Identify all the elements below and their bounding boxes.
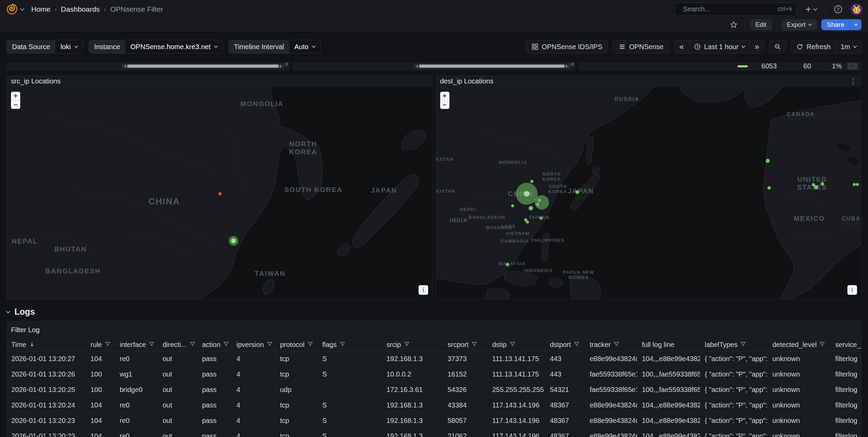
filter-funnel-icon[interactable]	[510, 341, 515, 349]
column-header-full-log-line[interactable]: full log line	[637, 339, 700, 351]
time-range-picker[interactable]: Last 1 hour	[689, 40, 750, 53]
variable-value-dropdown[interactable]: Auto	[289, 40, 320, 53]
panel-header[interactable]: src_ip Locations	[7, 76, 432, 87]
time-shift-back-button[interactable]: «	[674, 40, 688, 53]
refresh-button[interactable]: Refresh	[791, 40, 835, 53]
column-header-tracker[interactable]: tracker	[585, 339, 637, 351]
table-row[interactable]: 2026-01-01 13:20:23104re0outpass4tcpS192…	[7, 428, 861, 437]
column-header-protocol[interactable]: protocol	[275, 339, 318, 351]
variable-value-dropdown[interactable]: OPNSense.home.kre3.net	[125, 40, 222, 53]
filter-funnel-icon[interactable]	[223, 341, 229, 349]
help-button[interactable]: ?	[831, 3, 845, 16]
filter-funnel-icon[interactable]	[340, 341, 345, 349]
table-cell: re0	[115, 351, 158, 367]
column-header-dstport[interactable]: dstport	[545, 339, 585, 351]
column-header-srcip[interactable]: srcip	[382, 339, 443, 351]
vertical-scrollbar-cap[interactable]	[571, 63, 574, 66]
chevron-down-icon	[854, 22, 858, 26]
column-header-service-na[interactable]: service_na	[831, 339, 861, 351]
column-header-interface[interactable]: interface	[115, 339, 158, 351]
search-input[interactable]: ctrl+k	[674, 3, 797, 16]
table-row[interactable]: 2026-01-01 13:20:24104re0outpass4tcpS192…	[7, 397, 861, 413]
filter-funnel-icon[interactable]	[404, 341, 410, 349]
table-cell: filterlog	[831, 428, 861, 437]
map-zoom-out-button[interactable]: −	[440, 100, 449, 109]
column-header-labeltypes[interactable]: labelTypes	[700, 339, 768, 351]
filter-funnel-icon[interactable]	[105, 341, 111, 349]
table-cell: 54321	[545, 382, 585, 397]
favorite-button[interactable]	[727, 18, 741, 31]
table-row[interactable]: 2026-01-01 13:20:26100wg1outpass4tcpS10.…	[7, 367, 861, 382]
scroll-right-arrow[interactable]	[566, 65, 569, 68]
user-avatar[interactable]	[851, 3, 863, 15]
org-switcher[interactable]	[5, 3, 24, 16]
vertical-scrollbar-cap[interactable]	[285, 63, 288, 66]
scroll-left-arrow[interactable]	[123, 65, 126, 68]
map-zoom-in-button[interactable]: +	[440, 92, 449, 100]
filter-funnel-icon[interactable]	[574, 341, 580, 349]
table-cell: tcp	[275, 351, 318, 367]
export-button[interactable]: Export	[781, 19, 817, 30]
help-icon: ?	[834, 5, 843, 14]
panel-title[interactable]: Filter Log	[7, 325, 861, 339]
panel-header[interactable]: dest_ip Locations ⋮	[436, 76, 861, 87]
filter-funnel-icon[interactable]	[267, 341, 273, 349]
add-new-button[interactable]	[802, 3, 820, 16]
map-data-marker	[539, 217, 542, 220]
variable-value-dropdown[interactable]: loki	[55, 40, 83, 53]
search-field[interactable]	[683, 5, 774, 13]
share-button[interactable]: Share	[821, 19, 850, 30]
map-attribution-button[interactable]: i	[419, 285, 428, 295]
link-opnsense[interactable]: OPNSense	[613, 40, 669, 54]
scrollbar-thumb[interactable]	[127, 65, 279, 68]
scroll-left-arrow[interactable]	[414, 65, 418, 68]
column-header-ipversion[interactable]: ipversion	[232, 339, 275, 351]
top-nav: Home › Dashboards › OPNsense Filter ctrl…	[0, 0, 868, 18]
time-zoom-out-button[interactable]	[769, 40, 786, 54]
logs-row-toggle[interactable]: Logs	[7, 307, 861, 317]
breadcrumb-home[interactable]: Home	[31, 5, 50, 13]
map-zoom-in-button[interactable]: +	[11, 92, 20, 100]
column-header-rule[interactable]: rule	[86, 339, 115, 351]
column-header-time[interactable]: Time	[7, 339, 86, 351]
map-zoom-out-button[interactable]: −	[11, 100, 20, 109]
legend-scroll-down-button[interactable]	[847, 63, 858, 70]
filter-funnel-icon[interactable]	[149, 341, 155, 349]
column-label: tracker	[590, 341, 611, 349]
column-header-dstip[interactable]: dstip	[488, 339, 545, 351]
filter-funnel-icon[interactable]	[740, 341, 746, 349]
horizontal-scrollbar[interactable]	[121, 64, 285, 69]
filter-funnel-icon[interactable]	[819, 341, 825, 349]
horizontal-scrollbar[interactable]	[413, 64, 571, 69]
link-opnsense-ids-ips[interactable]: OPNSense IDS/IPS	[526, 40, 608, 54]
map-country-label: NEPAL	[460, 207, 478, 212]
dest-ip-map[interactable]: RUSSIACANADAMONGOLIANORTH KOREASOUTH KOR…	[436, 87, 861, 299]
refresh-interval-picker[interactable]: 1m	[835, 40, 861, 53]
edit-button[interactable]: Edit	[750, 19, 772, 30]
filter-funnel-icon[interactable]	[471, 341, 477, 349]
filter-funnel-icon[interactable]	[190, 341, 195, 349]
column-header-directi-[interactable]: directi...	[158, 339, 197, 351]
variable-label: Instance	[89, 40, 125, 53]
column-header-flags[interactable]: flags	[318, 339, 382, 351]
column-header-detected-level[interactable]: detected_level	[768, 339, 831, 351]
table-cell: 443	[545, 367, 585, 382]
table-cell: 104,,,e88e99e43824c	[637, 397, 700, 413]
table-row[interactable]: 2026-01-01 13:20:25100bridge0outpass4udp…	[7, 382, 861, 397]
table-cell: tcp	[275, 367, 318, 382]
src-ip-locations-panel: src_ip Locations	[7, 75, 433, 299]
chevron-down-icon	[20, 7, 24, 11]
src-ip-map[interactable]: MONGOLIANORTH KOREASOUTH KOREACHINAJAPAN…	[7, 87, 432, 299]
map-attribution-button[interactable]: i	[847, 285, 857, 295]
column-header-action[interactable]: action	[197, 339, 232, 351]
table-row[interactable]: 2026-01-01 13:20:27104re0outpass4tcpS192…	[7, 351, 861, 367]
time-shift-forward-button[interactable]: »	[750, 40, 764, 53]
filter-funnel-icon[interactable]	[614, 341, 619, 349]
scrollbar-thumb[interactable]	[419, 65, 565, 68]
column-header-srcport[interactable]: srcport	[443, 339, 488, 351]
table-row[interactable]: 2026-01-01 13:20:23104re0outpass4tcpS192…	[7, 413, 861, 428]
filter-funnel-icon[interactable]	[307, 341, 313, 349]
breadcrumb-dashboards[interactable]: Dashboards	[61, 5, 100, 13]
share-menu-button[interactable]	[850, 19, 861, 30]
scroll-right-arrow[interactable]	[280, 65, 283, 68]
